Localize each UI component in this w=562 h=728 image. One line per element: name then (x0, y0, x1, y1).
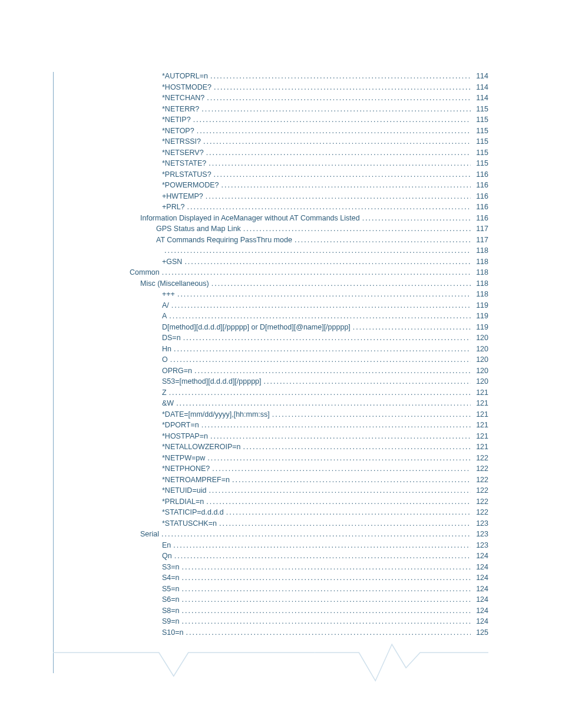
toc-entry-page: 122 (471, 475, 488, 486)
document-page: *AUTOPRL=n114*HOSTMODE?114*NETCHAN?114*N… (0, 0, 562, 728)
toc-entry-page: 122 (471, 485, 488, 496)
toc-entry[interactable]: +HWTEMP?116 (162, 191, 488, 202)
toc-entry-page: 122 (471, 507, 488, 518)
toc-entry[interactable]: *NETPW=pw122 (162, 453, 488, 464)
toc-entry-page: 116 (471, 213, 488, 224)
toc-entry[interactable]: *NETOP?115 (162, 126, 488, 137)
toc-entry[interactable]: *NETALLOWZEROIP=n121 (162, 442, 488, 453)
toc-leader-dots (219, 180, 471, 191)
toc-entry-page: 114 (471, 82, 488, 93)
toc-entry-label: *NETSTATE? (162, 158, 206, 169)
toc-entry[interactable]: Z121 (162, 387, 488, 398)
toc-entry-page: 118 (471, 245, 488, 256)
toc-entry-page: 115 (471, 158, 488, 169)
toc-entry-label: S9=n (162, 616, 180, 627)
toc-entry-page: 118 (471, 267, 488, 278)
toc-entry[interactable]: OPRG=n120 (162, 365, 488, 377)
toc-entry[interactable]: S3=n124 (162, 562, 488, 573)
toc-entry[interactable]: *POWERMODE?116 (162, 180, 488, 191)
toc-entry[interactable]: A/119 (162, 300, 488, 311)
toc-leader-dots (194, 126, 471, 137)
toc-entry[interactable]: &W121 (162, 398, 488, 409)
toc-entry-label: S53=[method][d.d.d.d][/ppppp] (162, 376, 262, 387)
toc-entry-page: 124 (471, 616, 488, 627)
toc-entry[interactable]: Information Displayed in AceManager with… (140, 213, 488, 224)
toc-entry[interactable]: 118 (162, 245, 488, 256)
toc-leader-dots (184, 627, 471, 638)
toc-entry-label: En (162, 540, 171, 551)
toc-entry[interactable]: En123 (162, 540, 488, 551)
toc-entry[interactable]: GPS Status and Map Link117 (156, 223, 488, 235)
toc-entry[interactable]: *NETUID=uid122 (162, 485, 488, 496)
toc-entry-page: 123 (471, 540, 488, 551)
toc-entry-page: 115 (471, 114, 488, 126)
toc-entry-page: 119 (471, 311, 488, 322)
toc-entry[interactable]: Misc (Miscellaneous)118 (140, 278, 488, 289)
toc-entry[interactable]: *NETRSSI?115 (162, 136, 488, 147)
toc-entry[interactable]: *STATUSCHK=n123 (162, 518, 488, 529)
toc-entry[interactable]: *NETERR?115 (162, 104, 488, 115)
toc-leader-dots (199, 104, 471, 115)
toc-entry-label: +HWTEMP? (162, 191, 203, 202)
toc-entry-label: S5=n (162, 584, 180, 595)
toc-entry[interactable]: +GSN118 (162, 256, 488, 268)
toc-leader-dots (167, 311, 471, 322)
toc-leader-dots (360, 213, 471, 224)
toc-entry-label: *NETOP? (162, 126, 194, 137)
toc-entry[interactable]: *NETIP?115 (162, 114, 488, 126)
toc-entry[interactable]: *NETSERV?115 (162, 147, 488, 159)
toc-entry[interactable]: *PRLDIAL=n122 (162, 496, 488, 508)
toc-entry[interactable]: AT Commands Requiring PassThru mode117 (156, 235, 488, 246)
toc-entry[interactable]: S4=n124 (162, 572, 488, 584)
toc-entry[interactable]: +++118 (162, 289, 488, 300)
toc-leader-dots (351, 322, 471, 333)
toc-leader-dots (172, 551, 471, 562)
toc-entry[interactable]: *PRLSTATUS?116 (162, 169, 488, 180)
toc-entry[interactable]: *STATICIP=d.d.d.d122 (162, 507, 488, 518)
toc-entry[interactable]: S6=n124 (162, 594, 488, 605)
toc-entry[interactable]: +PRL?116 (162, 202, 488, 213)
toc-entry[interactable]: Qn124 (162, 551, 488, 562)
toc-leader-dots (211, 169, 471, 180)
toc-entry-page: 124 (471, 572, 488, 584)
toc-entry-page: 124 (471, 551, 488, 562)
toc-entry[interactable]: Hn120 (162, 344, 488, 355)
toc-leader-dots (162, 245, 471, 256)
toc-entry-page: 122 (471, 463, 488, 475)
toc-entry[interactable]: Serial123 (140, 529, 488, 540)
toc-entry[interactable]: Common118 (130, 267, 488, 278)
toc-entry[interactable]: O120 (162, 354, 488, 365)
toc-entry[interactable]: *HOSTPAP=n121 (162, 431, 488, 442)
toc-entry[interactable]: *NETROAMPREF=n122 (162, 475, 488, 486)
toc-entry[interactable]: S10=n125 (162, 627, 488, 638)
toc-entry[interactable]: S5=n124 (162, 584, 488, 595)
toc-entry-label: +PRL? (162, 202, 185, 213)
toc-entry-page: 122 (471, 496, 488, 508)
toc-entry[interactable]: *NETSTATE?115 (162, 158, 488, 169)
toc-entry-page: 116 (471, 191, 488, 202)
toc-leader-dots (240, 442, 471, 453)
toc-entry[interactable]: S8=n124 (162, 605, 488, 617)
toc-entry[interactable]: *DPORT=n121 (162, 420, 488, 431)
toc-entry[interactable]: DS=n120 (162, 332, 488, 344)
toc-entry-page: 121 (471, 420, 488, 431)
toc-entry-label: *NETPHONE? (162, 463, 210, 475)
table-of-contents: *AUTOPRL=n114*HOSTMODE?114*NETCHAN?114*N… (130, 71, 488, 638)
toc-entry[interactable]: S9=n124 (162, 616, 488, 627)
toc-entry-page: 120 (471, 354, 488, 365)
toc-entry[interactable]: S53=[method][d.d.d.d][/ppppp]120 (162, 376, 488, 387)
toc-entry-label: GPS Status and Map Link (156, 223, 241, 235)
toc-entry[interactable]: D[method][d.d.d.d][/ppppp] or D[method][… (162, 322, 488, 333)
toc-entry-label: Z (162, 387, 167, 398)
toc-entry[interactable]: *AUTOPRL=n114 (162, 71, 488, 82)
toc-entry[interactable]: *HOSTMODE?114 (162, 82, 488, 93)
toc-entry-page: 120 (471, 344, 488, 355)
toc-entry-page: 123 (471, 529, 488, 540)
toc-entry[interactable]: *NETPHONE?122 (162, 463, 488, 475)
toc-entry[interactable]: A119 (162, 311, 488, 322)
toc-entry[interactable]: *DATE=[mm/dd/yyyy],[hh:mm:ss]121 (162, 409, 488, 420)
toc-entry[interactable]: *NETCHAN?114 (162, 93, 488, 104)
toc-entry-label: *AUTOPRL=n (162, 71, 208, 82)
toc-entry-page: 124 (471, 584, 488, 595)
toc-entry-label: *POWERMODE? (162, 180, 219, 191)
